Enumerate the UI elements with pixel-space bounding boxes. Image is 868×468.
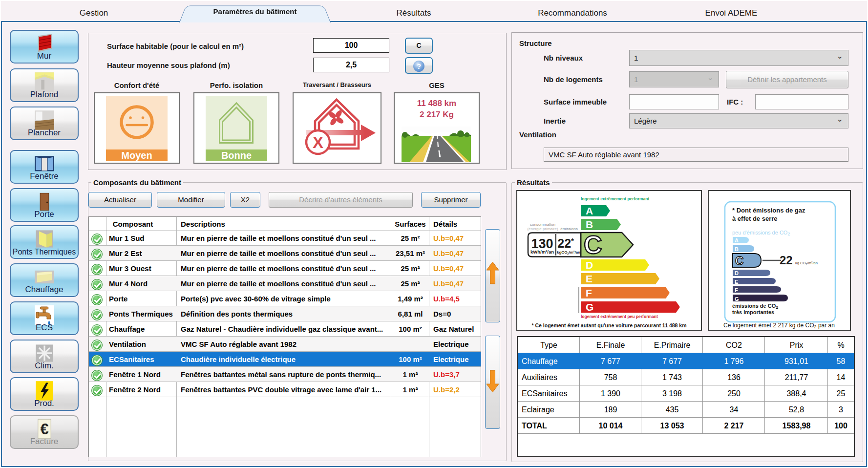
svg-text:A: A bbox=[735, 237, 739, 243]
svg-text:très importantes: très importantes bbox=[732, 309, 774, 315]
svg-text:D: D bbox=[735, 270, 739, 276]
svg-text:A: A bbox=[586, 205, 593, 216]
svg-text:X: X bbox=[313, 133, 323, 151]
svg-text:kgCO2/m²/an: kgCO2/m²/an bbox=[557, 250, 580, 255]
svg-text:logement extrêmement peu perfo: logement extrêmement peu performant bbox=[581, 314, 658, 319]
svg-text:(énergie primaire): (énergie primaire) bbox=[527, 227, 558, 231]
svg-text:logement extrêmement performan: logement extrêmement performant bbox=[581, 196, 649, 201]
svg-text:C: C bbox=[584, 231, 602, 259]
svg-text:émissions: émissions bbox=[560, 227, 578, 231]
svg-text:consommation: consommation bbox=[530, 222, 555, 227]
svg-text:C: C bbox=[735, 254, 743, 267]
svg-text:à effet de serre: à effet de serre bbox=[732, 215, 778, 222]
svg-text:G: G bbox=[586, 301, 593, 313]
svg-text:22: 22 bbox=[780, 254, 793, 267]
svg-text:D: D bbox=[586, 259, 593, 271]
svg-text:B: B bbox=[586, 219, 593, 230]
svg-text:kWh/m²/an: kWh/m²/an bbox=[530, 249, 554, 255]
svg-text:F: F bbox=[735, 287, 738, 293]
svg-text:E: E bbox=[586, 273, 593, 284]
svg-text:* Ce logement émet autant qu'u: * Ce logement émet autant qu'une voiture… bbox=[532, 322, 687, 328]
svg-text:peu d'émissions de CO2: peu d'émissions de CO2 bbox=[732, 230, 790, 236]
svg-text:B: B bbox=[735, 246, 739, 252]
svg-text:E: E bbox=[735, 279, 738, 285]
svg-text:€: € bbox=[40, 421, 48, 438]
svg-text:* Dont émissions de gaz: * Dont émissions de gaz bbox=[732, 207, 805, 214]
svg-text:G: G bbox=[735, 296, 739, 302]
svg-text:Ce logement émet 2 217 kg de C: Ce logement émet 2 217 kg de CO2 par an bbox=[723, 322, 835, 329]
svg-text:émissions de CO2: émissions de CO2 bbox=[732, 303, 778, 310]
svg-text:F: F bbox=[586, 287, 592, 298]
